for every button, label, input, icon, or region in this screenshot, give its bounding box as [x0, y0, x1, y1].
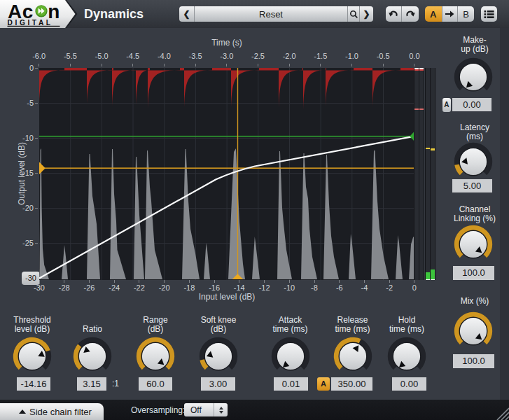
svg-text:DIGITAL: DIGITAL [8, 19, 53, 27]
